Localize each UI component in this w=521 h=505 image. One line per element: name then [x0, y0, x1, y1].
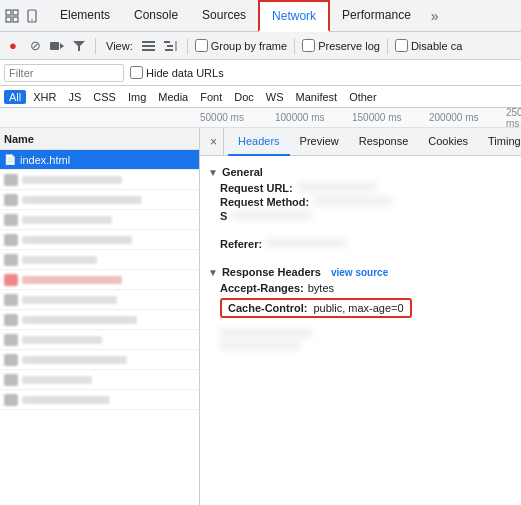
- type-btn-all[interactable]: All: [4, 90, 26, 104]
- network-item-blur-2[interactable]: [0, 190, 199, 210]
- record-button[interactable]: ●: [4, 37, 22, 55]
- network-item-blur-9[interactable]: [0, 330, 199, 350]
- timeline-mark-1: 50000 ms: [200, 112, 244, 123]
- network-item-blur-11[interactable]: [0, 370, 199, 390]
- hide-data-urls-group: Hide data URLs: [130, 66, 224, 79]
- sub-tab-response[interactable]: Response: [349, 128, 419, 156]
- network-item-blur-7[interactable]: [0, 290, 199, 310]
- network-item-blur-5[interactable]: [0, 250, 199, 270]
- status-label: S: [220, 210, 227, 222]
- tab-elements[interactable]: Elements: [48, 0, 122, 32]
- network-item-blur-8[interactable]: [0, 310, 199, 330]
- svg-point-5: [31, 19, 33, 21]
- preserve-log-checkbox[interactable]: [302, 39, 315, 52]
- tab-console[interactable]: Console: [122, 0, 190, 32]
- type-btn-font[interactable]: Font: [195, 90, 227, 104]
- svg-rect-12: [164, 41, 170, 43]
- filter-row: Hide data URLs: [0, 60, 521, 86]
- disable-cache-checkbox[interactable]: [395, 39, 408, 52]
- preserve-log-group: Preserve log: [302, 39, 380, 52]
- group-by-frame-group: Group by frame: [195, 39, 287, 52]
- svg-rect-6: [50, 42, 59, 50]
- type-btn-xhr[interactable]: XHR: [28, 90, 61, 104]
- view-label: View:: [106, 40, 133, 52]
- timeline-mark-4: 200000 ms: [429, 112, 478, 123]
- type-btn-media[interactable]: Media: [153, 90, 193, 104]
- type-btn-img[interactable]: Img: [123, 90, 151, 104]
- status-row: S: [208, 210, 513, 222]
- svg-rect-0: [6, 10, 11, 15]
- extra-header-value-2: [220, 340, 300, 350]
- tab-more[interactable]: »: [423, 0, 447, 32]
- sub-tab-preview[interactable]: Preview: [290, 128, 349, 156]
- response-headers-arrow: ▼: [208, 267, 218, 278]
- network-item-blur-6[interactable]: [0, 270, 199, 290]
- disable-cache-label: Disable ca: [411, 40, 462, 52]
- toolbar-separator-2: [187, 38, 188, 54]
- general-section-label: General: [222, 166, 263, 178]
- svg-rect-13: [167, 45, 173, 47]
- tab-bar: Elements Console Sources Network Perform…: [0, 0, 521, 32]
- status-value: [231, 210, 311, 220]
- tab-more-label: »: [431, 8, 439, 24]
- group-by-frame-checkbox[interactable]: [195, 39, 208, 52]
- network-list: Name 📄 index.html: [0, 128, 200, 505]
- network-item-index-html[interactable]: 📄 index.html: [0, 150, 199, 170]
- type-btn-js[interactable]: JS: [63, 90, 86, 104]
- tab-network[interactable]: Network: [258, 0, 330, 32]
- request-method-label: Request Method:: [220, 196, 309, 208]
- hide-data-urls-checkbox[interactable]: [130, 66, 143, 79]
- network-item-blur-1[interactable]: [0, 170, 199, 190]
- network-item-blur-12[interactable]: [0, 390, 199, 410]
- sub-tab-timing[interactable]: Timing: [478, 128, 521, 156]
- type-btn-manifest[interactable]: Manifest: [291, 90, 343, 104]
- video-icon[interactable]: [48, 37, 66, 55]
- svg-rect-14: [165, 49, 173, 51]
- referer-value: [266, 238, 346, 248]
- network-toolbar: ● ⊘ View: Group by frame P: [0, 32, 521, 60]
- headers-content: ▼ General Request URL: Request Method: S: [200, 156, 521, 505]
- sub-tab-preview-label: Preview: [300, 135, 339, 147]
- network-item-blur-4[interactable]: [0, 230, 199, 250]
- filter-input[interactable]: [4, 64, 124, 82]
- tab-network-label: Network: [272, 9, 316, 23]
- request-url-label: Request URL:: [220, 182, 293, 194]
- network-item-filename: index.html: [20, 154, 195, 166]
- tab-console-label: Console: [134, 8, 178, 22]
- sub-panel-close[interactable]: ×: [204, 128, 224, 156]
- type-btn-ws[interactable]: WS: [261, 90, 289, 104]
- referer-row: Referer:: [208, 238, 513, 250]
- devtools-icons: [4, 8, 40, 24]
- svg-rect-2: [6, 17, 11, 22]
- view-waterfall-icon[interactable]: [162, 37, 180, 55]
- accept-ranges-label: Accept-Ranges:: [220, 282, 304, 294]
- referer-label: Referer:: [220, 238, 262, 250]
- sub-tab-cookies[interactable]: Cookies: [418, 128, 478, 156]
- cache-control-row: Cache-Control: public, max-age=0: [220, 298, 412, 318]
- view-source-link[interactable]: view source: [331, 267, 388, 278]
- request-url-value: [297, 182, 377, 192]
- tab-sources[interactable]: Sources: [190, 0, 258, 32]
- network-list-header: Name: [0, 128, 199, 150]
- headers-panel: × Headers Preview Response Cookies Timin…: [200, 128, 521, 505]
- view-list-icon[interactable]: [140, 37, 158, 55]
- clear-button[interactable]: ⊘: [26, 37, 44, 55]
- sub-tab-headers-label: Headers: [238, 135, 280, 147]
- network-item-blur-10[interactable]: [0, 350, 199, 370]
- mobile-icon[interactable]: [24, 8, 40, 24]
- request-method-row: Request Method:: [208, 196, 513, 208]
- type-btn-other[interactable]: Other: [344, 90, 382, 104]
- svg-rect-11: [142, 49, 155, 51]
- network-item-blur-3[interactable]: [0, 210, 199, 230]
- sub-tab-response-label: Response: [359, 135, 409, 147]
- disable-cache-group: Disable ca: [395, 39, 462, 52]
- svg-marker-7: [60, 43, 64, 49]
- inspect-icon[interactable]: [4, 8, 20, 24]
- tab-performance[interactable]: Performance: [330, 0, 423, 32]
- sub-tab-headers[interactable]: Headers: [228, 128, 290, 156]
- cache-control-label: Cache-Control:: [228, 302, 307, 314]
- filter-icon[interactable]: [70, 37, 88, 55]
- type-btn-doc[interactable]: Doc: [229, 90, 259, 104]
- type-btn-css[interactable]: CSS: [88, 90, 121, 104]
- close-icon: ×: [210, 135, 217, 149]
